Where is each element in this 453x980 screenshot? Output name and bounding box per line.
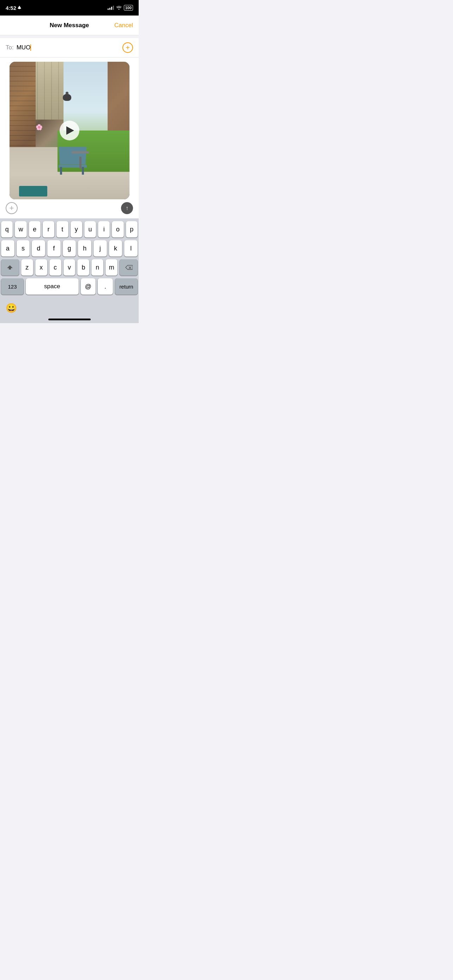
play-button[interactable] [60, 121, 79, 140]
to-field-row: To: MUO + [0, 38, 139, 57]
compose-area: 🌸 + ↑ [0, 57, 139, 218]
status-time: 4:52 [6, 5, 21, 11]
wifi-icon [116, 5, 122, 11]
nav-header: New Message Cancel [0, 16, 139, 35]
key-f[interactable]: f [47, 240, 61, 256]
key-at[interactable]: @ [81, 278, 96, 294]
to-label: To: [6, 44, 14, 51]
send-button[interactable]: ↑ [121, 202, 133, 214]
key-m[interactable]: m [105, 259, 118, 275]
keyboard-row-2: a s d f g h j k l [1, 240, 138, 256]
location-icon [17, 6, 21, 10]
play-icon [66, 126, 74, 135]
key-numbers[interactable]: 123 [1, 278, 24, 294]
key-d[interactable]: d [32, 240, 45, 256]
video-thumbnail: 🌸 [10, 62, 129, 199]
key-s[interactable]: s [17, 240, 30, 256]
keyboard-row-1: q w e r t y u i o p [1, 221, 138, 237]
key-c[interactable]: c [49, 259, 61, 275]
key-t[interactable]: t [56, 221, 68, 237]
key-r[interactable]: r [43, 221, 54, 237]
key-p[interactable]: p [126, 221, 138, 237]
shift-icon [7, 264, 13, 270]
key-u[interactable]: u [84, 221, 96, 237]
page-title: New Message [50, 22, 89, 29]
key-x[interactable]: x [35, 259, 47, 275]
keyboard-bottom-bar: 😀 [0, 299, 139, 317]
key-h[interactable]: h [78, 240, 91, 256]
recipient-input[interactable]: MUO [17, 44, 122, 51]
key-l[interactable]: l [124, 240, 138, 256]
key-delete[interactable] [119, 259, 138, 275]
home-bar [48, 318, 91, 320]
video-attachment[interactable]: 🌸 [10, 62, 129, 199]
key-k[interactable]: k [109, 240, 122, 256]
status-right-icons: 100 [108, 5, 133, 11]
delete-icon [125, 264, 133, 270]
key-period[interactable]: . [98, 278, 113, 294]
emoji-button[interactable]: 😀 [6, 303, 17, 313]
attach-button[interactable]: + [6, 202, 17, 214]
signal-icon [108, 6, 114, 10]
home-indicator-area [0, 317, 139, 323]
compose-bottom-row: + ↑ [6, 199, 133, 214]
add-recipient-button[interactable]: + [122, 42, 133, 53]
key-b[interactable]: b [77, 259, 89, 275]
key-o[interactable]: o [112, 221, 124, 237]
key-a[interactable]: a [1, 240, 14, 256]
cancel-button[interactable]: Cancel [114, 22, 133, 29]
key-q[interactable]: q [1, 221, 13, 237]
key-v[interactable]: v [64, 259, 75, 275]
flower-decoration: 🌸 [36, 124, 43, 130]
key-space[interactable]: space [26, 278, 78, 294]
key-n[interactable]: n [91, 259, 103, 275]
key-i[interactable]: i [98, 221, 110, 237]
key-w[interactable]: w [15, 221, 27, 237]
key-return[interactable]: return [115, 278, 138, 294]
keyboard: q w e r t y u i o p a s d f g h j k l z … [0, 218, 139, 299]
key-shift[interactable] [1, 259, 19, 275]
battery-icon: 100 [124, 5, 133, 11]
key-z[interactable]: z [21, 259, 33, 275]
key-g[interactable]: g [63, 240, 76, 256]
svg-marker-0 [17, 6, 21, 9]
status-bar: 4:52 100 [0, 0, 139, 16]
key-j[interactable]: j [94, 240, 107, 256]
key-e[interactable]: e [29, 221, 41, 237]
keyboard-row-4: 123 space @ . return [1, 278, 138, 294]
key-y[interactable]: y [71, 221, 82, 237]
keyboard-row-3: z x c v b n m [1, 259, 138, 275]
